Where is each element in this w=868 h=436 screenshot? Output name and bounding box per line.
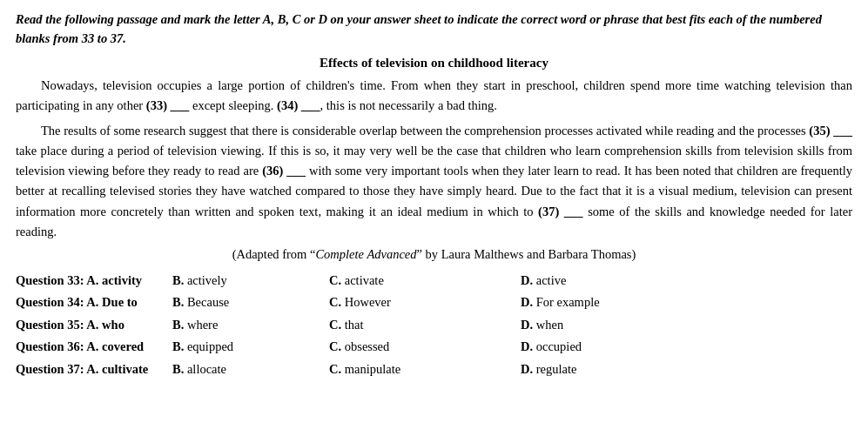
question-row-35: Question 35: A. who B. where C. that D. …: [16, 315, 852, 334]
questions-section: Question 33: A. activity B. actively C. …: [16, 271, 852, 379]
question-34-label: Question 34: A. Due to: [16, 292, 172, 312]
question-37-b: B. allocate: [172, 359, 329, 379]
question-row-34: Question 34: A. Due to B. Because C. How…: [16, 292, 852, 312]
passage-body: Nowadays, television occupies a large po…: [16, 76, 852, 243]
question-35-label: Question 35: A. who: [16, 315, 172, 334]
instructions: Read the following passage and mark the …: [16, 10, 852, 49]
question-35-d: D. when: [521, 315, 695, 334]
question-37-c: C. manipulate: [329, 359, 521, 379]
blank-33: (33) ___: [146, 98, 190, 112]
question-35-c: C. that: [329, 315, 521, 334]
question-36-b: B. equipped: [172, 337, 329, 356]
blank-37: (37) ___: [538, 205, 583, 218]
question-33-label: Question 33: A. activity: [16, 271, 172, 290]
blank-34: (34) ___: [277, 98, 320, 112]
question-37-label: Question 37: A. cultivate: [16, 359, 172, 379]
question-35-b: B. where: [172, 315, 329, 334]
question-row-36: Question 36: A. covered B. equipped C. o…: [16, 337, 852, 356]
question-33-d: D. active: [521, 271, 695, 290]
paragraph2: The results of some research suggest tha…: [16, 121, 852, 242]
question-row-37: Question 37: A. cultivate B. allocate C.…: [16, 359, 852, 379]
question-36-c: C. obsessed: [329, 337, 521, 356]
blank-36: (36) ___: [262, 164, 306, 178]
question-33-c: C. activate: [329, 271, 521, 290]
question-row-33: Question 33: A. activity B. actively C. …: [16, 271, 852, 290]
question-34-c: C. However: [329, 292, 521, 312]
question-33-b: B. actively: [172, 271, 329, 290]
blank-35: (35) ___: [809, 124, 852, 138]
question-36-d: D. occupied: [521, 337, 695, 356]
question-34-d: D. For example: [521, 292, 695, 312]
paragraph1: Nowadays, television occupies a large po…: [16, 76, 852, 116]
question-37-d: D. regulate: [521, 359, 695, 379]
question-34-b: B. Because: [172, 292, 329, 312]
question-36-label: Question 36: A. covered: [16, 337, 172, 356]
attribution: (Adapted from “Complete Advanced” by Lau…: [16, 247, 852, 262]
passage-title: Effects of television on childhood liter…: [16, 56, 852, 70]
